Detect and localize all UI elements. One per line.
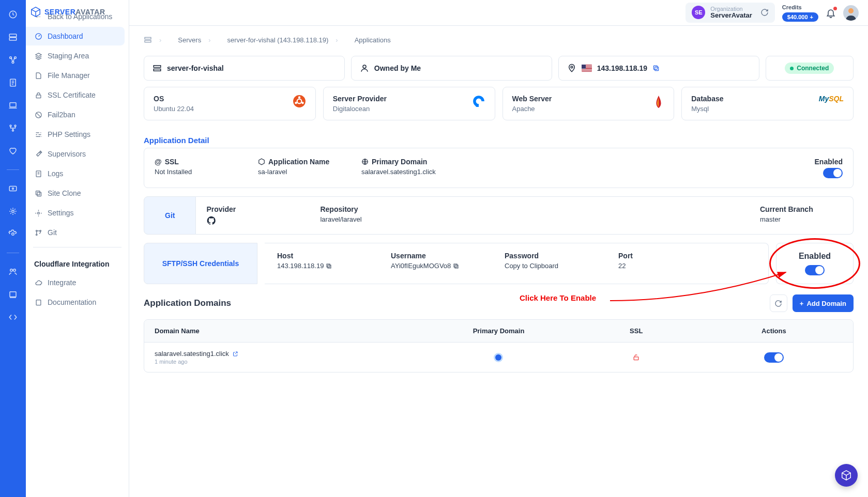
sidebar-item-label: Settings [48,209,74,217]
nav-network-icon[interactable] [8,123,18,133]
credits-pill[interactable]: $40.000+ [782,12,818,22]
sftp-pass-label: Password [505,252,587,260]
breadcrumb-server[interactable]: server-for-vishal (143.198.118.19)› [219,34,346,46]
svg-point-16 [13,269,16,272]
credits-label: Credits [782,4,818,10]
sftp-copy-password[interactable]: Copy to Clipboard [505,262,587,270]
nav-docs-icon[interactable] [8,289,18,300]
sidebar-item-supervisors[interactable]: Supervisors [26,145,125,163]
svg-rect-23 [36,191,40,195]
nav-billing-icon[interactable] [8,183,18,194]
svg-rect-2 [9,38,17,40]
mysql-icon: MySQL [819,95,844,103]
sftp-panel: SFTP/SSH Credentials Host 143.198.118.19… [144,243,854,284]
row-primary-cell[interactable] [430,354,567,361]
ban-icon [34,111,42,119]
nav-team-icon[interactable] [8,267,18,277]
nav-settings-icon[interactable] [8,229,18,239]
server-icon [153,64,162,73]
row-action-toggle[interactable] [764,352,784,363]
col-actions: Actions [705,327,843,335]
domain-link[interactable]: salaravel.satesting1.click [361,168,444,176]
sidebar-item-php[interactable]: PHP Settings [26,125,125,144]
appdetail-enabled-toggle[interactable] [823,168,843,178]
copy-icon[interactable] [453,263,459,269]
external-link-icon[interactable] [232,351,238,357]
svg-rect-44 [474,102,476,104]
sidebar-item-ssl[interactable]: SSL Certificate [26,86,125,104]
sidebar-item-files[interactable]: File Manager [26,66,125,85]
nav-apps-icon[interactable] [8,55,18,65]
os-value: Ubuntu 22.04 [154,105,194,113]
plus-icon: + [810,14,813,20]
sidebar-item-label: File Manager [48,71,90,80]
notifications-icon[interactable] [826,8,836,18]
svg-rect-1 [9,34,17,37]
refresh-icon[interactable] [760,8,769,17]
nav-servers-icon[interactable] [8,32,18,42]
breadcrumb-home-icon[interactable]: › [144,33,170,46]
nav-integrations-icon[interactable] [8,206,18,216]
svg-point-14 [12,233,14,236]
webserver-card: Web ServerApache [502,87,675,120]
svg-rect-31 [145,40,151,42]
row-time: 1 minute ago [155,359,430,365]
web-value: Apache [512,105,552,113]
ip-value: 143.198.118.19 [597,64,647,72]
svg-rect-48 [455,265,458,268]
user-avatar[interactable] [843,5,859,21]
sftp-tab[interactable]: SFTP/SSH Credentials [144,243,257,284]
col-primary: Primary Domain [430,327,567,335]
sftp-host-col: Host 143.198.118.19 [277,252,360,275]
db-value: Mysql [691,105,723,113]
sftp-user-col: Username AYi0fIEgukMOGVo8 [391,252,474,275]
logo-text-2: AVATAR [75,8,105,16]
nav-files-icon[interactable] [8,77,18,88]
sidebar-item-clone[interactable]: Site Clone [26,184,125,203]
apache-icon [653,95,664,109]
svg-point-15 [10,269,13,272]
sidebar-item-docs[interactable]: Documentation [26,293,125,312]
sidebar-item-integrate[interactable]: Integrate [26,273,125,292]
gauge-icon [34,32,42,40]
topbar: SE Organization ServerAvatar Credits $40… [129,0,868,26]
svg-rect-11 [9,187,17,191]
org-avatar: SE [692,6,705,19]
sidebar-item-logs[interactable]: Logs [26,164,125,183]
sftp-enabled-toggle[interactable] [805,265,825,275]
svg-rect-17 [10,292,16,297]
refresh-domains-button[interactable] [770,294,787,312]
breadcrumb-label: Applications [355,36,391,44]
nav-dashboard-icon[interactable] [8,9,18,20]
sftp-user-label: Username [391,252,474,260]
svg-point-41 [301,102,303,104]
nav-heart-icon[interactable] [8,146,18,156]
doc-icon [34,169,42,178]
primary-domain-col: Primary Domain salaravel.satesting1.clic… [361,158,444,176]
git-tab[interactable]: Git [144,196,196,235]
copy-icon[interactable] [326,263,332,269]
sidebar-item-staging[interactable]: Staging Area [26,46,125,65]
org-switcher[interactable]: SE Organization ServerAvatar [686,3,774,23]
help-fab[interactable] [835,464,858,487]
breadcrumb-applications[interactable]: Applications [346,34,399,46]
copy-icon[interactable] [652,65,660,72]
svg-point-5 [12,61,14,64]
svg-point-8 [10,125,11,127]
enabled-label: Enabled [815,158,843,166]
nav-code-icon[interactable] [8,312,18,322]
nav-laptop-icon[interactable] [8,100,18,111]
sftp-enabled-card: Enabled [776,243,854,284]
git-repo-col: Repository laravel/laravel [320,205,403,223]
sidebar-item-fail2ban[interactable]: Fail2ban [26,105,125,124]
svg-point-24 [37,212,39,214]
gear-icon [34,209,42,217]
sidebar-item-git[interactable]: Git [26,223,125,242]
web-label: Web Server [512,95,552,103]
sidebar-item-dashboard[interactable]: Dashboard [26,27,125,45]
logo[interactable]: SERVERAVATAR [30,6,105,18]
sidebar-item-settings[interactable]: Settings [26,204,125,222]
breadcrumb-servers[interactable]: Servers› [170,34,219,46]
add-domain-button[interactable]: + Add Domain [793,294,854,312]
sftp-port-value: 22 [618,262,701,270]
